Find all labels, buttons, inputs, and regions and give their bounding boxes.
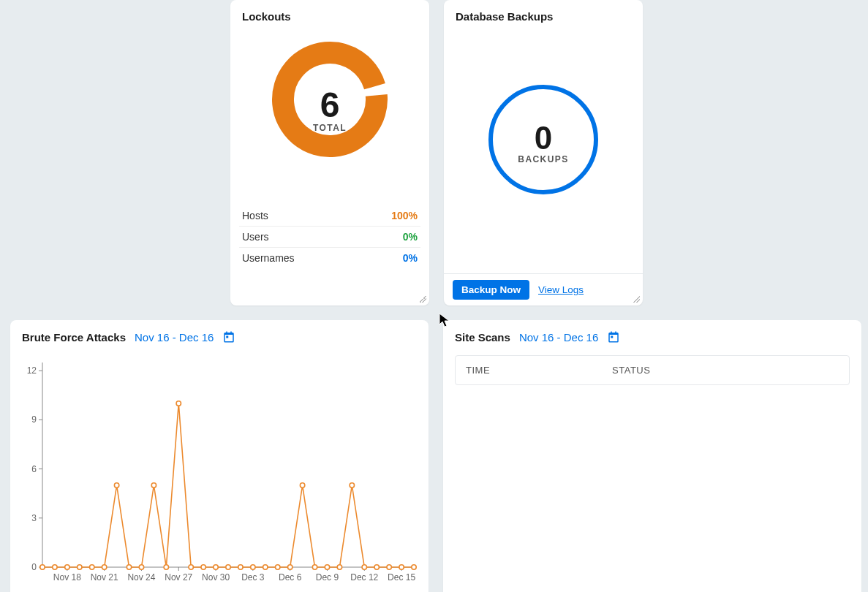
col-status: STATUS bbox=[612, 365, 650, 376]
lockouts-card: Lockouts 6 TOTAL Hosts 100% Users 0% Use… bbox=[230, 0, 429, 306]
lockouts-row-value: 100% bbox=[391, 210, 418, 221]
site-scans-range[interactable]: Nov 16 - Dec 16 bbox=[519, 331, 598, 344]
lockouts-donut: 6 TOTAL bbox=[230, 37, 429, 183]
svg-text:Nov 27: Nov 27 bbox=[165, 572, 192, 582]
svg-point-50 bbox=[238, 565, 243, 569]
lockouts-row-value: 0% bbox=[403, 231, 418, 243]
svg-point-61 bbox=[374, 565, 379, 569]
svg-point-40 bbox=[114, 483, 118, 487]
backup-now-button[interactable]: Backup Now bbox=[453, 280, 529, 300]
svg-point-39 bbox=[102, 565, 106, 569]
svg-point-47 bbox=[201, 565, 205, 569]
svg-text:9: 9 bbox=[31, 414, 37, 425]
site-scans-title: Site Scans bbox=[455, 331, 510, 344]
svg-text:0: 0 bbox=[31, 562, 37, 572]
backups-count-label: BACKUPS bbox=[518, 154, 568, 164]
backups-count: 0 bbox=[518, 122, 568, 154]
resize-handle-icon[interactable] bbox=[633, 295, 640, 303]
bruteforce-chart: 036912Nov 18Nov 21Nov 24Nov 27Nov 30Dec … bbox=[16, 355, 423, 589]
site-scans-table-header: TIME STATUS bbox=[455, 355, 850, 385]
svg-text:Dec 12: Dec 12 bbox=[350, 572, 378, 582]
backups-title: Database Backups bbox=[444, 0, 643, 23]
backups-ring: 0 BACKUPS bbox=[444, 81, 643, 205]
svg-point-35 bbox=[53, 565, 57, 569]
lockouts-total-label: TOTAL bbox=[313, 123, 347, 133]
svg-point-38 bbox=[90, 565, 94, 569]
svg-point-43 bbox=[151, 483, 156, 487]
svg-point-37 bbox=[78, 565, 82, 569]
svg-text:Nov 18: Nov 18 bbox=[53, 572, 81, 582]
svg-point-51 bbox=[251, 565, 255, 569]
lockouts-total-value: 6 bbox=[313, 88, 347, 123]
lockouts-row-label: Hosts bbox=[242, 210, 268, 221]
col-time: TIME bbox=[466, 365, 612, 376]
bruteforce-title: Brute Force Attacks bbox=[22, 331, 126, 344]
lockouts-row-users: Users 0% bbox=[239, 227, 420, 248]
cursor-icon bbox=[439, 313, 450, 327]
svg-point-46 bbox=[189, 565, 193, 569]
calendar-icon[interactable] bbox=[607, 330, 620, 344]
bruteforce-range[interactable]: Nov 16 - Dec 16 bbox=[135, 331, 214, 344]
svg-point-59 bbox=[350, 483, 354, 487]
svg-text:12: 12 bbox=[27, 365, 37, 376]
lockouts-title: Lockouts bbox=[230, 0, 429, 23]
svg-point-44 bbox=[164, 565, 168, 569]
svg-point-36 bbox=[65, 565, 69, 569]
svg-point-54 bbox=[287, 565, 292, 569]
svg-point-56 bbox=[312, 565, 317, 569]
svg-point-55 bbox=[300, 483, 304, 487]
lockouts-row-value: 0% bbox=[403, 252, 418, 264]
svg-point-57 bbox=[325, 565, 329, 569]
svg-point-53 bbox=[276, 565, 280, 569]
lockouts-row-hosts: Hosts 100% bbox=[239, 205, 420, 227]
svg-point-45 bbox=[176, 401, 181, 406]
lockouts-stats: Hosts 100% Users 0% Usernames 0% bbox=[239, 205, 420, 268]
svg-point-52 bbox=[263, 565, 268, 569]
lockouts-row-usernames: Usernames 0% bbox=[239, 248, 420, 268]
svg-point-62 bbox=[387, 565, 391, 569]
svg-point-34 bbox=[40, 565, 45, 569]
view-logs-link[interactable]: View Logs bbox=[538, 284, 584, 295]
svg-text:Nov 24: Nov 24 bbox=[127, 572, 155, 582]
svg-text:6: 6 bbox=[31, 464, 37, 474]
backups-card: Database Backups 0 BACKUPS Backup Now Vi… bbox=[444, 0, 643, 306]
resize-handle-icon[interactable] bbox=[419, 295, 426, 303]
svg-point-64 bbox=[412, 565, 416, 569]
svg-point-63 bbox=[399, 565, 404, 569]
lockouts-row-label: Usernames bbox=[242, 252, 295, 264]
calendar-icon[interactable] bbox=[222, 330, 235, 344]
lockouts-row-label: Users bbox=[242, 231, 269, 243]
svg-point-41 bbox=[127, 565, 131, 569]
bruteforce-card: Brute Force Attacks Nov 16 - Dec 16 0369… bbox=[10, 320, 429, 592]
site-scans-card: Site Scans Nov 16 - Dec 16 TIME STATUS bbox=[443, 320, 861, 592]
svg-point-60 bbox=[362, 565, 366, 569]
svg-text:Dec 9: Dec 9 bbox=[316, 572, 339, 582]
svg-point-58 bbox=[337, 565, 341, 569]
svg-text:Dec 3: Dec 3 bbox=[241, 572, 265, 582]
svg-point-42 bbox=[139, 565, 143, 569]
svg-text:Dec 15: Dec 15 bbox=[388, 572, 415, 582]
svg-text:Dec 6: Dec 6 bbox=[279, 572, 302, 582]
svg-text:Nov 21: Nov 21 bbox=[91, 572, 118, 582]
svg-point-49 bbox=[226, 565, 230, 569]
svg-text:Nov 30: Nov 30 bbox=[202, 572, 230, 582]
svg-point-48 bbox=[214, 565, 218, 569]
svg-text:3: 3 bbox=[31, 513, 37, 523]
